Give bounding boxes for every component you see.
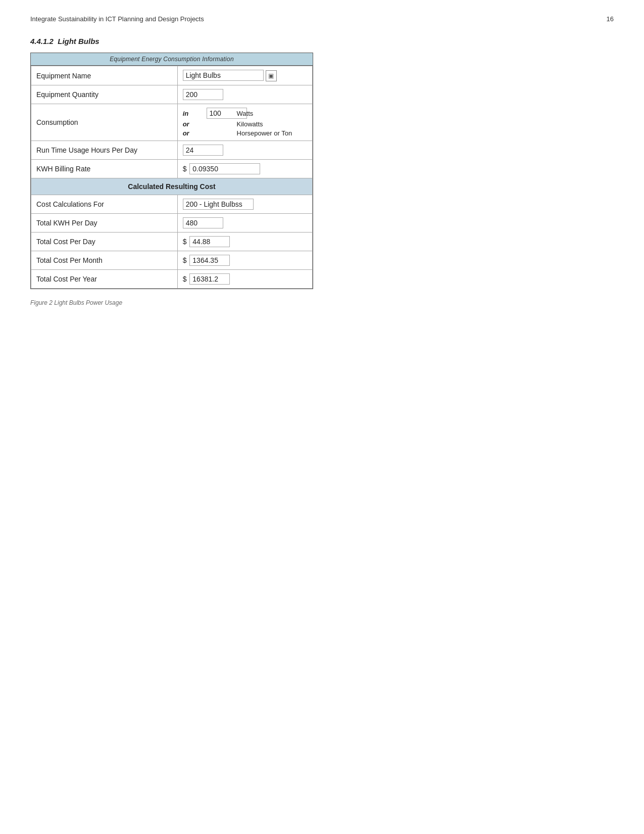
cost-calc-value-cell: 200 - Light Bulbss <box>177 195 312 214</box>
equipment-name-icon[interactable]: ▣ <box>266 70 277 81</box>
kwh-billing-input[interactable]: 0.09350 <box>189 163 260 174</box>
total-cost-year-input[interactable]: 16381.2 <box>189 273 230 285</box>
section-heading: 4.4.1.2 Light Bulbs <box>30 37 614 45</box>
total-cost-year-label: Total Cost Per Year <box>31 270 178 289</box>
consumption-in-label: in <box>183 110 207 117</box>
consumption-grid: in 100 Watts or Kilowatts or Horsepower … <box>183 108 307 137</box>
kwh-billing-value-cell: $ 0.09350 <box>177 160 312 178</box>
equipment-table: Equipment Energy Consumption Information… <box>30 53 313 289</box>
equipment-name-row: Equipment Name Light Bulbs ▣ <box>31 66 313 85</box>
total-kwh-input[interactable]: 480 <box>183 217 223 228</box>
cost-calc-row: Cost Calculations For 200 - Light Bulbss <box>31 195 313 214</box>
consumption-value-cell: in 100 Watts or Kilowatts or Horsepower … <box>177 104 312 141</box>
calculated-header-text: Calculated Resulting Cost <box>31 178 313 195</box>
total-cost-month-value-cell: $ 1364.35 <box>177 251 312 270</box>
consumption-or1-label: or <box>183 120 207 128</box>
total-cost-day-dollar: $ <box>183 238 187 246</box>
total-cost-day-label: Total Cost Per Day <box>31 233 178 251</box>
section-number: 4.4.1.2 <box>30 37 54 45</box>
figure-caption: Figure 2 Light Bulbs Power Usage <box>30 299 614 306</box>
consumption-horsepower: Horsepower or Ton <box>237 129 307 137</box>
kwh-billing-label: KWH Billing Rate <box>31 160 178 178</box>
equipment-quantity-label: Equipment Quantity <box>31 85 178 104</box>
table-title: Equipment Energy Consumption Information <box>31 53 313 66</box>
total-cost-day-input[interactable]: 44.88 <box>189 236 230 247</box>
consumption-kilowatts: Kilowatts <box>237 120 307 128</box>
calculated-header-row: Calculated Resulting Cost <box>31 178 313 195</box>
consumption-row: Consumption in 100 Watts or Kilowatts or… <box>31 104 313 141</box>
total-kwh-row: Total KWH Per Day 480 <box>31 214 313 233</box>
consumption-or2-label: or <box>183 129 207 137</box>
total-cost-year-dollar: $ <box>183 275 187 283</box>
total-cost-month-row: Total Cost Per Month $ 1364.35 <box>31 251 313 270</box>
equipment-quantity-row: Equipment Quantity 200 <box>31 85 313 104</box>
page-header: Integrate Sustainability in ICT Planning… <box>30 15 614 23</box>
total-cost-day-row: Total Cost Per Day $ 44.88 <box>31 233 313 251</box>
total-cost-month-input[interactable]: 1364.35 <box>189 255 230 266</box>
consumption-watts: Watts <box>237 110 307 117</box>
total-cost-month-dollar: $ <box>183 256 187 264</box>
equipment-name-input[interactable]: Light Bulbs <box>183 70 264 81</box>
total-cost-day-value-cell: $ 44.88 <box>177 233 312 251</box>
section-title: Light Bulbs <box>58 37 100 45</box>
equipment-name-value-cell: Light Bulbs ▣ <box>177 66 312 85</box>
page-number: 16 <box>607 15 614 23</box>
kwh-billing-dollar: $ <box>183 165 187 173</box>
run-time-input[interactable]: 24 <box>183 145 223 156</box>
run-time-row: Run Time Usage Hours Per Day 24 <box>31 141 313 160</box>
document-title: Integrate Sustainability in ICT Planning… <box>30 15 204 23</box>
total-kwh-label: Total KWH Per Day <box>31 214 178 233</box>
total-kwh-value-cell: 480 <box>177 214 312 233</box>
run-time-label: Run Time Usage Hours Per Day <box>31 141 178 160</box>
cost-calc-label: Cost Calculations For <box>31 195 178 214</box>
kwh-billing-row: KWH Billing Rate $ 0.09350 <box>31 160 313 178</box>
equipment-quantity-input[interactable]: 200 <box>183 89 223 100</box>
total-cost-month-label: Total Cost Per Month <box>31 251 178 270</box>
equipment-quantity-value-cell: 200 <box>177 85 312 104</box>
equipment-name-label: Equipment Name <box>31 66 178 85</box>
consumption-label: Consumption <box>31 104 178 141</box>
total-cost-year-row: Total Cost Per Year $ 16381.2 <box>31 270 313 289</box>
total-cost-year-value-cell: $ 16381.2 <box>177 270 312 289</box>
run-time-value-cell: 24 <box>177 141 312 160</box>
cost-calc-input[interactable]: 200 - Light Bulbss <box>183 199 254 210</box>
